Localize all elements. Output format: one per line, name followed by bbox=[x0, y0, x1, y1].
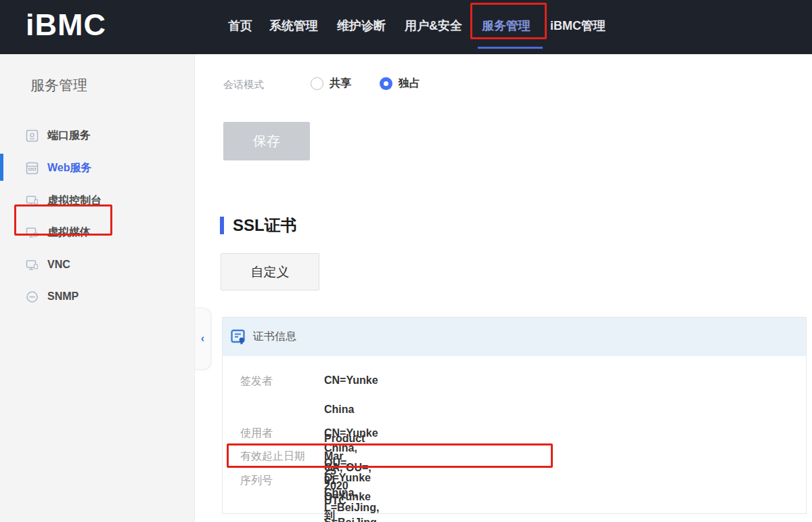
radio-checked-icon[interactable] bbox=[380, 77, 392, 90]
app-logo: iBMC bbox=[26, 7, 106, 43]
nav-home[interactable]: 首页 bbox=[228, 18, 252, 34]
port-service-icon bbox=[26, 129, 39, 142]
cert-panel-header: 证书信息 bbox=[223, 318, 806, 356]
certificate-icon bbox=[231, 329, 246, 345]
active-tab-underline bbox=[478, 47, 543, 49]
sidebar: 服务管理 端口服务 Web服务 虚拟控制台 bbox=[0, 54, 195, 522]
sidebar-item-virtual-media[interactable]: 虚拟媒体 bbox=[26, 224, 91, 240]
session-mode-radio-exclusive[interactable]: 独占 bbox=[380, 77, 420, 91]
save-button[interactable]: 保存 bbox=[223, 122, 310, 160]
nav-maintenance-diagnostics[interactable]: 维护诊断 bbox=[337, 18, 386, 34]
web-service-icon bbox=[26, 162, 39, 175]
sidebar-item-label: 端口服务 bbox=[47, 129, 91, 143]
cert-info-panel: 证书信息 签发者 CN=Yunke China Product CA, OU=,… bbox=[222, 317, 807, 514]
cert-field-label: 有效起止日期 bbox=[240, 449, 305, 464]
active-item-indicator bbox=[0, 154, 3, 181]
cert-field-label: 使用者 bbox=[240, 426, 273, 441]
radio-label: 共享 bbox=[330, 77, 351, 91]
cert-field-label: 签发者 bbox=[240, 374, 273, 389]
ssl-section-title: SSL证书 bbox=[233, 215, 297, 236]
sidebar-collapse-button[interactable]: ‹ bbox=[195, 307, 211, 370]
nav-service-management[interactable]: 服务管理 bbox=[482, 18, 531, 34]
nav-ibmc-management[interactable]: iBMC管理 bbox=[550, 18, 606, 34]
chevron-left-icon: ‹ bbox=[201, 332, 204, 345]
sidebar-item-label: 虚拟控制台 bbox=[47, 194, 102, 208]
radio-label: 独占 bbox=[399, 77, 420, 91]
session-mode-radio-shared[interactable]: 共享 bbox=[311, 77, 351, 91]
radio-unchecked-icon[interactable] bbox=[311, 77, 323, 90]
nav-system-management[interactable]: 系统管理 bbox=[269, 18, 318, 34]
sidebar-item-label: 虚拟媒体 bbox=[47, 225, 91, 240]
nav-user-security[interactable]: 用户&安全 bbox=[405, 18, 462, 34]
session-mode-label: 会话模式 bbox=[223, 79, 264, 91]
ibmc-app: iBMC 首页 系统管理 维护诊断 用户&安全 服务管理 iBMC管理 服务管理… bbox=[0, 0, 812, 522]
virtual-media-icon bbox=[26, 226, 39, 239]
cert-panel-title: 证书信息 bbox=[253, 330, 296, 344]
sidebar-item-vnc[interactable]: VNC bbox=[26, 257, 70, 273]
snmp-icon bbox=[26, 290, 39, 303]
sidebar-item-web-service[interactable]: Web服务 bbox=[26, 160, 91, 176]
sidebar-item-port-service[interactable]: 端口服务 bbox=[26, 127, 91, 144]
sidebar-item-virtual-console[interactable]: 虚拟控制台 bbox=[26, 192, 102, 209]
sidebar-item-label: SNMP bbox=[47, 290, 78, 303]
sidebar-title: 服务管理 bbox=[30, 76, 87, 95]
section-accent-bar bbox=[220, 217, 224, 234]
sidebar-item-label: Web服务 bbox=[47, 161, 91, 175]
vnc-icon bbox=[26, 259, 39, 271]
top-header: iBMC 首页 系统管理 维护诊断 用户&安全 服务管理 iBMC管理 bbox=[0, 0, 812, 54]
virtual-console-icon bbox=[26, 194, 39, 207]
cert-field-value: 01 bbox=[324, 473, 336, 488]
sidebar-item-snmp[interactable]: SNMP bbox=[26, 288, 78, 305]
sidebar-item-label: VNC bbox=[47, 259, 70, 271]
cert-field-label: 序列号 bbox=[240, 473, 273, 488]
custom-button[interactable]: 自定义 bbox=[221, 253, 319, 290]
